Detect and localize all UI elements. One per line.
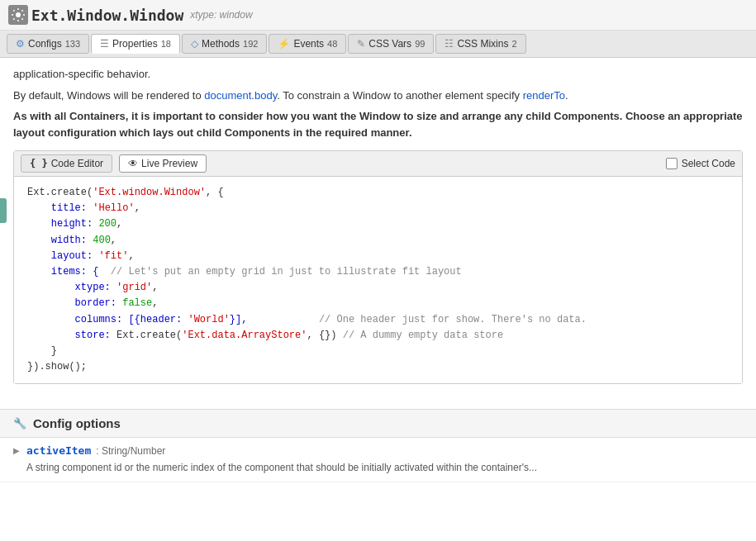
code-line-5: layout: 'fit', [27,249,729,264]
gear-icon [8,5,28,25]
code-line-3: height: 200, [27,216,729,232]
code-section: { } Code Editor 👁 Live Preview Select Co… [13,150,743,384]
expand-arrow-icon[interactable]: ▶ [13,446,21,455]
code-line-8: border: false, [27,296,729,311]
config-desc-activeItem: A string component id or the numeric ind… [26,460,743,475]
xtype-label: xtype: window [190,9,252,21]
code-editor-button[interactable]: { } Code Editor [21,154,112,173]
config-item-activeItem: ▶ activeItem : String/Number A string co… [0,438,756,482]
tab-css-vars[interactable]: ✎ CSS Vars 99 [348,34,434,54]
page-title: Ext.Window.Window [31,7,183,24]
code-line-12: }).show(); [27,359,729,375]
paragraph2-start: By default, Windows will be rendered to [13,89,204,102]
code-block: Ext.create('Ext.window.Window', { title:… [14,177,742,383]
events-icon: ⚡ [278,38,290,50]
page-header: Ext.Window.Window xtype: window [0,0,756,31]
document-body-link[interactable]: document.body [204,89,277,102]
paragraph3: As with all Containers, it is important … [13,108,743,140]
config-options-icon: 🔧 [13,417,26,429]
tab-configs-label: Configs [28,38,62,50]
tab-css-mixins[interactable]: ☷ CSS Mixins 2 [435,34,525,54]
code-line-10: store: Ext.create('Ext.data.ArrayStore',… [27,328,729,344]
paragraph1: application-specific behavior. [13,66,743,83]
code-line-6: items: { // Let's put an empty grid in j… [27,264,729,280]
main-content: application-specific behavior. By defaul… [0,58,756,392]
tab-properties-label: Properties [112,38,158,50]
tab-events-label: Events [293,38,324,50]
tab-css-vars-count: 99 [415,39,425,49]
select-code-checkbox[interactable] [666,158,678,169]
config-item-header-activeItem[interactable]: ▶ activeItem : String/Number [13,444,743,457]
css-vars-icon: ✎ [357,38,365,50]
code-editor-label: Code Editor [51,158,103,169]
code-line-1: Ext.create('Ext.window.Window', { [27,185,729,201]
select-code-label: Select Code [682,158,735,169]
tab-css-vars-label: CSS Vars [368,38,411,50]
tab-events[interactable]: ⚡ Events 48 [269,34,346,54]
tab-configs-count: 133 [65,39,80,49]
config-type-activeItem: : String/Number [96,445,165,457]
side-indicator [0,198,7,223]
config-options-title: Config options [33,416,121,430]
render-to-link[interactable]: renderTo [523,89,565,102]
paragraph2-mid: . To constrain a Window to another eleme… [277,89,522,102]
tab-methods-count: 192 [243,39,258,49]
nav-tabs: ⚙ Configs 133 ☰ Properties 18 ◇ Methods … [0,31,756,58]
tab-css-mixins-label: CSS Mixins [457,38,508,50]
tab-properties-count: 18 [161,39,171,49]
tab-methods[interactable]: ◇ Methods 192 [182,34,267,54]
eye-icon: 👁 [128,158,138,169]
tab-properties[interactable]: ☰ Properties 18 [91,34,180,54]
code-line-9: columns: [{header: 'World'}], // One hea… [27,312,729,328]
code-editor-icon: { } [30,158,48,169]
properties-icon: ☰ [100,38,109,50]
live-preview-label: Live Preview [141,158,197,169]
paragraph2: By default, Windows will be rendered to … [13,88,743,104]
select-code-button[interactable]: Select Code [666,158,735,169]
config-options-header: 🔧 Config options [0,409,756,438]
code-toolbar: { } Code Editor 👁 Live Preview Select Co… [14,151,742,177]
code-line-7: xtype: 'grid', [27,280,729,296]
code-line-2: title: 'Hello', [27,201,729,216]
tab-methods-label: Methods [202,38,240,50]
live-preview-button[interactable]: 👁 Live Preview [119,154,207,173]
tab-css-mixins-count: 2 [511,39,516,49]
code-line-4: width: 400, [27,233,729,249]
paragraph2-end: . [565,89,568,102]
methods-icon: ◇ [191,38,198,50]
tab-configs[interactable]: ⚙ Configs 133 [7,34,89,54]
css-mixins-icon: ☷ [445,38,454,50]
code-line-11: } [27,344,729,359]
config-options-section: 🔧 Config options ▶ activeItem : String/N… [0,409,756,491]
configs-icon: ⚙ [16,38,25,50]
config-name-activeItem: activeItem [26,444,91,457]
svg-point-0 [16,12,21,17]
tab-events-count: 48 [327,39,337,49]
